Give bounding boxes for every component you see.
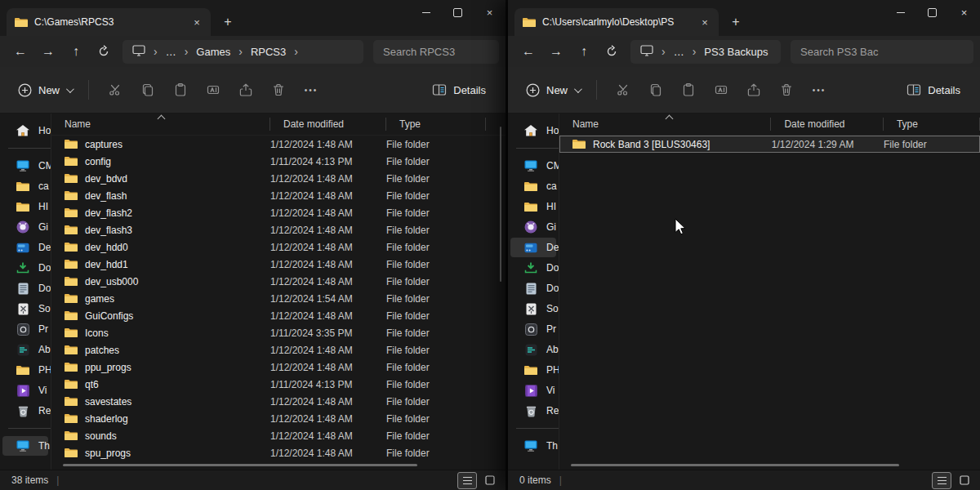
copy-button[interactable] [639,76,672,104]
back-button[interactable]: ← [514,39,542,64]
file-row[interactable]: savestates1/12/2024 1:48 AMFile folder [51,393,506,410]
close-button[interactable]: × [948,0,980,24]
sidebar-item[interactable]: PH [510,360,556,380]
maximize-button[interactable] [442,0,474,24]
rename-button[interactable] [197,76,229,104]
sidebar-item[interactable]: HI [2,197,48,216]
up-button[interactable]: ↑ [62,39,90,64]
file-row[interactable]: dev_hdd11/12/2024 1:48 AMFile folder [51,256,506,273]
sidebar-item[interactable]: ca [2,176,48,196]
sidebar-item[interactable]: De [510,238,556,257]
file-row[interactable]: games1/12/2024 1:54 AMFile folder [51,290,506,307]
breadcrumb-item[interactable]: PS3 Backups [704,46,768,58]
new-button[interactable]: New [519,78,586,102]
address-bar[interactable]: › …›PS3 Backups [630,40,781,64]
delete-button[interactable] [262,76,295,104]
sidebar-item[interactable]: De [2,238,48,257]
search-input[interactable]: Search RPCS3 [373,40,499,64]
address-bar[interactable]: › …›Games›RPCS3› [122,40,363,64]
sidebar-item[interactable]: Do [2,278,48,298]
cut-button[interactable] [607,76,639,104]
breadcrumb-chevron-icon[interactable]: › [153,45,158,58]
new-button[interactable]: New [11,78,78,102]
search-input[interactable]: Search PS3 Bac [791,40,973,64]
vertical-scrollbar[interactable] [500,127,501,282]
sidebar-item[interactable]: Ho [510,121,556,140]
refresh-button[interactable] [90,39,118,64]
file-row[interactable]: config1/11/2024 4:13 PMFile folder [51,153,506,170]
share-button[interactable] [229,76,262,104]
sidebar-item[interactable]: Th [2,436,48,456]
more-options-button[interactable]: ••• [295,76,327,104]
sidebar-item[interactable]: Pr [2,319,48,339]
sidebar-item[interactable]: Ab [2,340,48,359]
new-tab-button[interactable]: + [217,11,238,33]
sidebar-item[interactable]: So [510,299,556,318]
details-view-button[interactable]: Details [898,78,969,101]
forward-button[interactable]: → [34,39,62,64]
breadcrumb-chevron-icon[interactable]: › [293,45,299,58]
details-view-toggle[interactable] [457,472,477,489]
paste-button[interactable] [164,76,197,104]
file-row[interactable]: dev_flash1/12/2024 1:48 AMFile folder [51,187,506,204]
large-icons-view-toggle[interactable] [956,473,973,488]
sidebar-item[interactable]: HI [510,197,556,216]
column-header-type[interactable]: Type [884,114,980,135]
sidebar-item[interactable]: Pr [510,319,556,339]
minimize-button[interactable] [884,0,916,24]
maximize-button[interactable] [916,0,948,24]
new-tab-button[interactable]: + [725,11,746,33]
file-row[interactable]: Rock Band 3 [BLUS30463]1/12/2024 1:29 AM… [559,136,980,153]
tab[interactable]: C:\Users\carlmylo\Desktop\PS × [514,8,719,36]
file-row[interactable]: GuiConfigs1/12/2024 1:48 AMFile folder [51,307,506,324]
paste-button[interactable] [672,76,705,104]
sidebar-item[interactable]: Ho [2,121,48,140]
tab-close-icon[interactable]: × [697,15,712,29]
file-row[interactable]: dev_flash21/12/2024 1:48 AMFile folder [51,204,506,221]
breadcrumb-chevron-icon[interactable]: › [238,45,243,58]
sidebar-item[interactable]: Ab [510,340,556,359]
sidebar-item[interactable]: PH [2,360,48,380]
column-header-type[interactable]: Type [386,114,486,135]
breadcrumb-chevron-icon[interactable]: › [661,45,666,58]
sidebar-item[interactable]: Gi [2,217,48,237]
breadcrumb-item[interactable]: … [674,46,684,58]
column-header-date[interactable]: Date modified [270,114,386,135]
file-row[interactable]: dev_usb0001/12/2024 1:48 AMFile folder [51,273,506,290]
tab[interactable]: C:\Games\RPCS3 × [7,8,211,36]
breadcrumb-chevron-icon[interactable]: › [184,45,189,58]
sidebar-item[interactable]: So [2,299,48,318]
file-row[interactable]: patches1/12/2024 1:48 AMFile folder [51,341,506,359]
file-row[interactable]: captures1/12/2024 1:48 AMFile folder [51,136,506,153]
breadcrumb-item[interactable]: Games [196,46,230,58]
file-row[interactable]: sounds1/12/2024 1:48 AMFile folder [51,427,506,444]
file-row[interactable]: qt61/11/2024 4:13 PMFile folder [51,376,506,393]
sidebar-item[interactable]: CM [510,156,556,176]
file-row[interactable]: Icons1/11/2024 3:35 PMFile folder [51,324,506,341]
sidebar-item[interactable]: Do [510,258,556,278]
sidebar-item[interactable]: Re [510,401,556,421]
sidebar-item[interactable]: Do [2,258,48,278]
up-button[interactable]: ↑ [570,39,598,64]
cut-button[interactable] [99,76,131,104]
file-row[interactable]: ppu_progs1/12/2024 1:48 AMFile folder [51,359,506,376]
horizontal-scrollbar[interactable] [63,464,417,466]
column-header-date[interactable]: Date modified [771,114,883,135]
breadcrumb-item[interactable]: … [166,46,176,58]
sidebar-item[interactable]: Vi [510,381,556,400]
forward-button[interactable]: → [542,39,570,64]
details-view-button[interactable]: Details [424,78,494,101]
delete-button[interactable] [770,76,803,104]
file-row[interactable]: spu_progs1/12/2024 1:48 AMFile folder [51,444,506,461]
sidebar-item[interactable]: Gi [510,217,556,237]
file-row[interactable]: dev_bdvd1/12/2024 1:48 AMFile folder [51,170,506,187]
file-row[interactable]: shaderlog1/12/2024 1:48 AMFile folder [51,410,506,427]
copy-button[interactable] [131,76,164,104]
file-row[interactable]: dev_hdd01/12/2024 1:48 AMFile folder [51,238,506,256]
details-view-toggle[interactable] [932,472,951,489]
sidebar-item[interactable]: CM [2,156,48,176]
large-icons-view-toggle[interactable] [481,473,499,488]
horizontal-scrollbar[interactable] [571,464,899,466]
more-options-button[interactable]: ••• [803,76,835,104]
back-button[interactable]: ← [7,39,34,64]
